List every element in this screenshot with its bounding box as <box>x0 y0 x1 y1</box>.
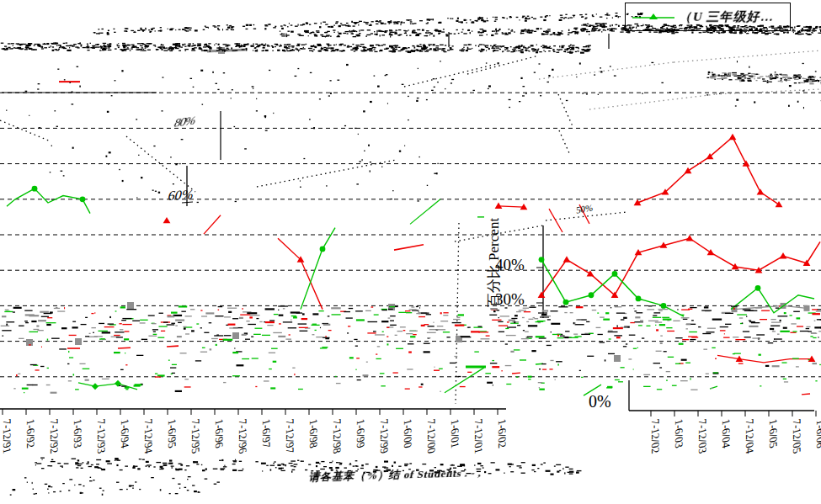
stray-gray-squares <box>26 47 621 362</box>
x-tick-label: 1-6/92 <box>24 417 37 450</box>
x-tick-label: 7-12/04 <box>743 417 756 455</box>
chart-stage: （U 三年级好… 百分比 Percent 40% 30% 0% 60% 80% … <box>0 0 821 504</box>
x-tick-label: 7-12/97 <box>283 417 296 455</box>
x-tick-label: 1-6/99 <box>354 417 367 450</box>
series-red-d2 <box>204 215 221 234</box>
x-tick-label: 7-12/01 <box>472 417 485 455</box>
axes <box>0 32 816 416</box>
x-tick-label: 7-12/94 <box>141 417 155 455</box>
x-tick-label: 1-6/01 <box>448 417 461 450</box>
x-tick-label: 1-6/05 <box>766 417 780 450</box>
y-tick-label-0: 0% <box>589 392 611 411</box>
series-green-s4 <box>710 386 717 389</box>
dotted-artifacts <box>0 50 821 404</box>
x-tick-label: 7-12/98 <box>330 417 344 455</box>
x-tick-label: 7-12/93 <box>94 417 108 455</box>
x-tick-label: 1-6/00 <box>401 417 414 450</box>
x-tick-label: 7-12/05 <box>790 417 803 455</box>
series-red-d9 <box>167 346 179 347</box>
x-tick-label: 1-6/95 <box>165 417 179 450</box>
series-red-d8 <box>118 347 131 348</box>
legend-series-swatch-icon <box>631 12 676 22</box>
y-tick-label-60: 60% <box>166 187 195 204</box>
x-tick-label: 1-6/93 <box>71 417 84 450</box>
x-tick-label: 7-12/03 <box>696 417 709 455</box>
x-tick-label: 7-12/99 <box>377 417 391 455</box>
series-red-ridge <box>634 134 783 208</box>
x-tick-label: 1-6/06 <box>813 417 821 450</box>
legend-label: （U 三年级好… <box>678 9 776 25</box>
x-tick-label: 7-12/00 <box>424 417 438 455</box>
x-tick-label: 1-6/02 <box>495 417 509 450</box>
legend-box: （U 三年级好… <box>625 3 791 31</box>
y-tick-label-40: 40% <box>495 256 525 274</box>
y-tick-label-30: 30% <box>495 290 525 309</box>
series-red-d11 <box>512 373 520 374</box>
x-tick-label: 1-6/97 <box>259 417 273 450</box>
x-tick-label: 1-6/98 <box>307 417 320 450</box>
series-red-triangle-series <box>538 235 820 298</box>
series-red-tri-only <box>163 217 171 223</box>
x-tick-label: 1-6/04 <box>719 417 733 450</box>
series-red-d5 <box>549 209 562 232</box>
x-tick-label: 1-6/94 <box>118 417 131 450</box>
x-tick-label: 7-12/95 <box>189 417 202 455</box>
x-tick-label: 7-12/92 <box>47 417 61 455</box>
series-red-low <box>717 355 815 362</box>
series-red-d12 <box>802 394 810 395</box>
series-green-mid <box>410 199 440 225</box>
x-tick-label: 7-12/91 <box>0 417 13 455</box>
series-red-cross <box>278 238 323 309</box>
series-red-d3 <box>394 245 424 250</box>
series-green-diag1 <box>445 368 484 393</box>
x-tick-label: 1-6/96 <box>212 417 226 450</box>
x-tick-label: 7-12/02 <box>648 417 662 455</box>
x-tick-label: 1-6/03 <box>672 417 685 450</box>
series-green-cross <box>301 228 335 310</box>
x-tick-label: 7-12/96 <box>236 417 249 455</box>
